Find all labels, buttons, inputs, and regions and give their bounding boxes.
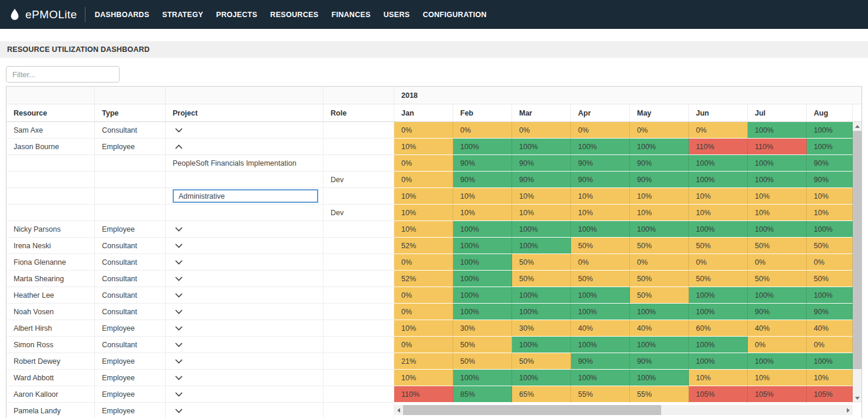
- nav-item-configuration[interactable]: CONFIGURATION: [423, 11, 487, 19]
- type-cell: Employee: [95, 139, 166, 155]
- nav-item-resources[interactable]: RESOURCES: [270, 11, 319, 19]
- month-header-feb[interactable]: Feb: [453, 104, 512, 121]
- chevron-down-icon[interactable]: [175, 293, 183, 298]
- scroll-left-button[interactable]: [394, 405, 403, 415]
- resource-cell: Jason Bourne: [6, 139, 95, 155]
- column-header-project[interactable]: Project: [166, 104, 324, 121]
- month-header-jul[interactable]: Jul: [748, 104, 807, 121]
- chevron-down-icon[interactable]: [175, 227, 183, 232]
- month-cell: 10%: [807, 188, 853, 205]
- month-cells: 10%10%10%10%10%10%10%10%: [394, 188, 862, 205]
- type-cell: Employee: [95, 221, 166, 238]
- month-header-apr[interactable]: Apr: [571, 104, 630, 121]
- month-cell: 85%: [453, 386, 512, 403]
- month-cell: 100%: [453, 271, 512, 287]
- chevron-down-icon[interactable]: [175, 376, 183, 380]
- table-row: Noah VosenConsultant0%100%100%100%100%10…: [6, 304, 862, 320]
- type-cell: Consultant: [95, 254, 166, 271]
- chevron-down-icon[interactable]: [175, 277, 183, 281]
- horizontal-scroll-thumb[interactable]: [403, 405, 661, 415]
- resource-cell: Ward Abbott: [6, 370, 95, 386]
- month-cell: 100%: [630, 221, 689, 238]
- resource-cell: Heather Lee: [6, 287, 95, 304]
- month-cell: 21%: [394, 353, 453, 370]
- chevron-up-icon[interactable]: [175, 144, 183, 149]
- table-row: Albert HirshEmployee10%30%30%40%40%60%40…: [6, 320, 862, 337]
- month-cell: 40%: [748, 320, 807, 337]
- type-cell: [95, 188, 166, 205]
- vertical-scrollbar[interactable]: [853, 122, 862, 403]
- nav-item-finances[interactable]: FINANCES: [332, 11, 371, 19]
- column-header-resource[interactable]: Resource: [6, 104, 95, 121]
- month-cells: 110%85%65%55%55%105%105%105%: [394, 386, 862, 403]
- table-row: Simon RossConsultant0%50%100%100%100%100…: [6, 337, 862, 353]
- month-cell: 10%: [394, 221, 453, 238]
- scroll-down-button[interactable]: [853, 394, 862, 403]
- project-cell: [166, 172, 324, 188]
- year-header: 2018: [394, 87, 862, 104]
- month-cell: 100%: [689, 337, 748, 353]
- horizontal-scrollbar[interactable]: [394, 405, 853, 415]
- month-cell: 100%: [748, 155, 807, 172]
- nav-divider: [85, 7, 85, 22]
- nav-item-strategy[interactable]: STRATEGY: [162, 11, 203, 19]
- month-header-jan[interactable]: Jan: [394, 104, 453, 121]
- type-cell: Employee: [95, 353, 166, 370]
- triangle-down-icon: [855, 397, 860, 400]
- month-cell: 50%: [630, 238, 689, 254]
- month-cell: 10%: [748, 370, 807, 386]
- month-cell: 40%: [630, 320, 689, 337]
- table-row: Fiona GlenanneConsultant0%100%50%0%0%0%0…: [6, 254, 862, 271]
- month-cell: 100%: [453, 238, 512, 254]
- vertical-scroll-thumb[interactable]: [853, 131, 862, 369]
- month-cell: 0%: [394, 155, 453, 172]
- month-cell: 50%: [689, 271, 748, 287]
- resource-utilization-grid: 2018 Resource Type Project Role JanFebMa…: [6, 86, 862, 418]
- chevron-down-icon[interactable]: [175, 326, 183, 331]
- month-cell: 50%: [512, 254, 571, 271]
- nav-item-dashboards[interactable]: DASHBOARDS: [95, 11, 150, 19]
- chevron-down-icon[interactable]: [175, 310, 183, 314]
- month-cell: 0%: [630, 122, 689, 139]
- brand[interactable]: ePMOLite: [8, 8, 77, 21]
- month-cells: 10%100%100%100%100%10%10%10%: [394, 370, 862, 386]
- scroll-right-button[interactable]: [844, 405, 853, 415]
- chevron-down-icon[interactable]: [175, 243, 183, 248]
- chevron-down-icon[interactable]: [175, 260, 183, 265]
- resource-cell: Albert Hirsh: [6, 320, 95, 337]
- month-cell: 0%: [394, 287, 453, 304]
- column-header-type[interactable]: Type: [95, 104, 166, 121]
- month-cell: 0%: [807, 254, 853, 271]
- month-header-jun[interactable]: Jun: [689, 104, 748, 121]
- nav-item-projects[interactable]: PROJECTS: [216, 11, 258, 19]
- triangle-right-icon: [847, 408, 850, 413]
- month-cells: 21%50%50%90%90%100%100%100%: [394, 353, 862, 370]
- month-cell: 100%: [807, 221, 853, 238]
- month-cell: 40%: [571, 320, 630, 337]
- month-header-may[interactable]: May: [630, 104, 689, 121]
- chevron-down-icon[interactable]: [175, 392, 183, 397]
- month-cell: 10%: [807, 370, 853, 386]
- month-cell: 100%: [807, 353, 853, 370]
- month-cell: 90%: [571, 155, 630, 172]
- chevron-down-icon[interactable]: [175, 128, 183, 133]
- month-cells: 0%100%50%0%0%0%0%0%: [394, 254, 862, 271]
- nav-item-users[interactable]: USERS: [384, 11, 410, 19]
- month-cells: 0%100%100%100%100%100%90%90%: [394, 304, 862, 320]
- year-group-row: 2018: [6, 87, 862, 104]
- scroll-up-button[interactable]: [853, 122, 862, 131]
- month-header-mar[interactable]: Mar: [512, 104, 571, 121]
- filter-input[interactable]: [6, 66, 120, 83]
- month-cell: 100%: [630, 304, 689, 320]
- chevron-down-icon[interactable]: [175, 359, 183, 364]
- role-cell: [324, 188, 394, 205]
- month-header-aug[interactable]: Aug: [807, 104, 853, 121]
- month-cells: 0%50%100%100%100%100%0%0%: [394, 337, 862, 353]
- month-cell: 100%: [453, 287, 512, 304]
- chevron-down-icon[interactable]: [175, 343, 183, 347]
- month-cell: 50%: [512, 271, 571, 287]
- project-edit-input[interactable]: [173, 189, 318, 203]
- column-header-role[interactable]: Role: [324, 104, 394, 121]
- project-cell: [166, 254, 324, 271]
- chevron-down-icon[interactable]: [175, 409, 183, 413]
